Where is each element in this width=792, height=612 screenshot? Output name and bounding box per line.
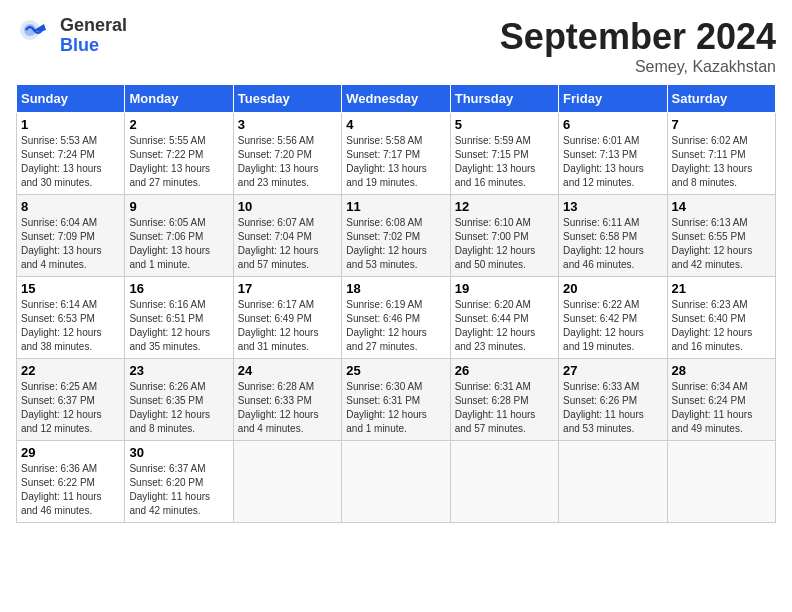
table-row: 26Sunrise: 6:31 AM Sunset: 6:28 PM Dayli… — [450, 359, 558, 441]
col-saturday: Saturday — [667, 85, 775, 113]
table-row: 18Sunrise: 6:19 AM Sunset: 6:46 PM Dayli… — [342, 277, 450, 359]
table-row: 14Sunrise: 6:13 AM Sunset: 6:55 PM Dayli… — [667, 195, 775, 277]
day-info: Sunrise: 6:13 AM Sunset: 6:55 PM Dayligh… — [672, 217, 753, 270]
calendar-week-4: 22Sunrise: 6:25 AM Sunset: 6:37 PM Dayli… — [17, 359, 776, 441]
day-number: 6 — [563, 117, 662, 132]
day-info: Sunrise: 6:33 AM Sunset: 6:26 PM Dayligh… — [563, 381, 644, 434]
day-info: Sunrise: 6:37 AM Sunset: 6:20 PM Dayligh… — [129, 463, 210, 516]
logo-text: General Blue — [60, 16, 127, 56]
day-number: 1 — [21, 117, 120, 132]
table-row: 15Sunrise: 6:14 AM Sunset: 6:53 PM Dayli… — [17, 277, 125, 359]
table-row: 4Sunrise: 5:58 AM Sunset: 7:17 PM Daylig… — [342, 113, 450, 195]
calendar-week-1: 1Sunrise: 5:53 AM Sunset: 7:24 PM Daylig… — [17, 113, 776, 195]
day-number: 27 — [563, 363, 662, 378]
day-number: 25 — [346, 363, 445, 378]
day-info: Sunrise: 6:19 AM Sunset: 6:46 PM Dayligh… — [346, 299, 427, 352]
day-number: 28 — [672, 363, 771, 378]
day-info: Sunrise: 5:59 AM Sunset: 7:15 PM Dayligh… — [455, 135, 536, 188]
location: Semey, Kazakhstan — [500, 58, 776, 76]
table-row: 22Sunrise: 6:25 AM Sunset: 6:37 PM Dayli… — [17, 359, 125, 441]
day-number: 8 — [21, 199, 120, 214]
table-row: 19Sunrise: 6:20 AM Sunset: 6:44 PM Dayli… — [450, 277, 558, 359]
day-number: 13 — [563, 199, 662, 214]
day-info: Sunrise: 5:55 AM Sunset: 7:22 PM Dayligh… — [129, 135, 210, 188]
table-row: 7Sunrise: 6:02 AM Sunset: 7:11 PM Daylig… — [667, 113, 775, 195]
table-row: 17Sunrise: 6:17 AM Sunset: 6:49 PM Dayli… — [233, 277, 341, 359]
day-number: 9 — [129, 199, 228, 214]
logo-icon — [16, 16, 56, 56]
table-row — [559, 441, 667, 523]
day-info: Sunrise: 6:17 AM Sunset: 6:49 PM Dayligh… — [238, 299, 319, 352]
day-info: Sunrise: 6:16 AM Sunset: 6:51 PM Dayligh… — [129, 299, 210, 352]
day-info: Sunrise: 6:25 AM Sunset: 6:37 PM Dayligh… — [21, 381, 102, 434]
day-info: Sunrise: 5:58 AM Sunset: 7:17 PM Dayligh… — [346, 135, 427, 188]
table-row — [667, 441, 775, 523]
day-info: Sunrise: 6:01 AM Sunset: 7:13 PM Dayligh… — [563, 135, 644, 188]
day-number: 10 — [238, 199, 337, 214]
day-info: Sunrise: 6:07 AM Sunset: 7:04 PM Dayligh… — [238, 217, 319, 270]
table-row: 25Sunrise: 6:30 AM Sunset: 6:31 PM Dayli… — [342, 359, 450, 441]
day-info: Sunrise: 5:56 AM Sunset: 7:20 PM Dayligh… — [238, 135, 319, 188]
col-sunday: Sunday — [17, 85, 125, 113]
day-number: 12 — [455, 199, 554, 214]
table-row — [450, 441, 558, 523]
table-row: 13Sunrise: 6:11 AM Sunset: 6:58 PM Dayli… — [559, 195, 667, 277]
day-number: 23 — [129, 363, 228, 378]
table-row: 6Sunrise: 6:01 AM Sunset: 7:13 PM Daylig… — [559, 113, 667, 195]
col-monday: Monday — [125, 85, 233, 113]
day-info: Sunrise: 6:36 AM Sunset: 6:22 PM Dayligh… — [21, 463, 102, 516]
table-row — [233, 441, 341, 523]
table-row: 30Sunrise: 6:37 AM Sunset: 6:20 PM Dayli… — [125, 441, 233, 523]
day-number: 24 — [238, 363, 337, 378]
table-row: 23Sunrise: 6:26 AM Sunset: 6:35 PM Dayli… — [125, 359, 233, 441]
day-info: Sunrise: 6:31 AM Sunset: 6:28 PM Dayligh… — [455, 381, 536, 434]
table-row: 10Sunrise: 6:07 AM Sunset: 7:04 PM Dayli… — [233, 195, 341, 277]
day-number: 3 — [238, 117, 337, 132]
day-info: Sunrise: 6:11 AM Sunset: 6:58 PM Dayligh… — [563, 217, 644, 270]
day-number: 30 — [129, 445, 228, 460]
day-info: Sunrise: 5:53 AM Sunset: 7:24 PM Dayligh… — [21, 135, 102, 188]
table-row: 24Sunrise: 6:28 AM Sunset: 6:33 PM Dayli… — [233, 359, 341, 441]
calendar-week-3: 15Sunrise: 6:14 AM Sunset: 6:53 PM Dayli… — [17, 277, 776, 359]
day-info: Sunrise: 6:22 AM Sunset: 6:42 PM Dayligh… — [563, 299, 644, 352]
day-number: 17 — [238, 281, 337, 296]
calendar-table: Sunday Monday Tuesday Wednesday Thursday… — [16, 84, 776, 523]
day-info: Sunrise: 6:08 AM Sunset: 7:02 PM Dayligh… — [346, 217, 427, 270]
day-info: Sunrise: 6:02 AM Sunset: 7:11 PM Dayligh… — [672, 135, 753, 188]
table-row: 8Sunrise: 6:04 AM Sunset: 7:09 PM Daylig… — [17, 195, 125, 277]
col-wednesday: Wednesday — [342, 85, 450, 113]
col-tuesday: Tuesday — [233, 85, 341, 113]
table-row: 3Sunrise: 5:56 AM Sunset: 7:20 PM Daylig… — [233, 113, 341, 195]
day-info: Sunrise: 6:20 AM Sunset: 6:44 PM Dayligh… — [455, 299, 536, 352]
logo-blue: Blue — [60, 36, 127, 56]
table-row: 2Sunrise: 5:55 AM Sunset: 7:22 PM Daylig… — [125, 113, 233, 195]
table-row: 28Sunrise: 6:34 AM Sunset: 6:24 PM Dayli… — [667, 359, 775, 441]
day-number: 7 — [672, 117, 771, 132]
logo-general: General — [60, 16, 127, 36]
calendar-week-5: 29Sunrise: 6:36 AM Sunset: 6:22 PM Dayli… — [17, 441, 776, 523]
day-info: Sunrise: 6:30 AM Sunset: 6:31 PM Dayligh… — [346, 381, 427, 434]
day-number: 5 — [455, 117, 554, 132]
day-number: 26 — [455, 363, 554, 378]
day-info: Sunrise: 6:10 AM Sunset: 7:00 PM Dayligh… — [455, 217, 536, 270]
day-number: 16 — [129, 281, 228, 296]
logo: General Blue — [16, 16, 127, 56]
day-info: Sunrise: 6:05 AM Sunset: 7:06 PM Dayligh… — [129, 217, 210, 270]
day-number: 22 — [21, 363, 120, 378]
day-info: Sunrise: 6:34 AM Sunset: 6:24 PM Dayligh… — [672, 381, 753, 434]
day-info: Sunrise: 6:04 AM Sunset: 7:09 PM Dayligh… — [21, 217, 102, 270]
month-title: September 2024 — [500, 16, 776, 58]
day-number: 21 — [672, 281, 771, 296]
table-row — [342, 441, 450, 523]
day-number: 20 — [563, 281, 662, 296]
table-row: 16Sunrise: 6:16 AM Sunset: 6:51 PM Dayli… — [125, 277, 233, 359]
title-section: September 2024 Semey, Kazakhstan — [500, 16, 776, 76]
table-row: 11Sunrise: 6:08 AM Sunset: 7:02 PM Dayli… — [342, 195, 450, 277]
calendar-header-row: Sunday Monday Tuesday Wednesday Thursday… — [17, 85, 776, 113]
day-info: Sunrise: 6:26 AM Sunset: 6:35 PM Dayligh… — [129, 381, 210, 434]
col-friday: Friday — [559, 85, 667, 113]
table-row: 9Sunrise: 6:05 AM Sunset: 7:06 PM Daylig… — [125, 195, 233, 277]
day-number: 18 — [346, 281, 445, 296]
day-number: 19 — [455, 281, 554, 296]
calendar-week-2: 8Sunrise: 6:04 AM Sunset: 7:09 PM Daylig… — [17, 195, 776, 277]
